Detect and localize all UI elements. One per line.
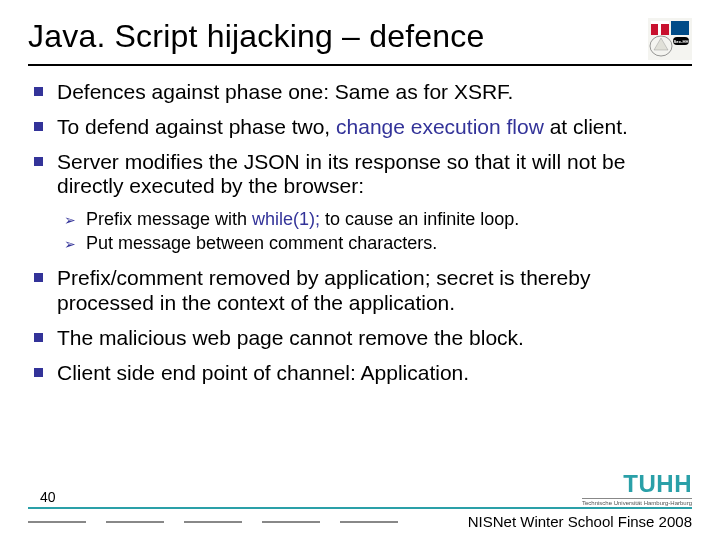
bullet-item: The malicious web page cannot remove the… bbox=[34, 326, 692, 351]
bullet-text: Server modifies the JSON in its response… bbox=[57, 150, 692, 200]
square-bullet-icon bbox=[34, 157, 43, 166]
bullet-text: Prefix/comment removed by application; s… bbox=[57, 266, 692, 316]
bullet-item: To defend against phase two, change exec… bbox=[34, 115, 692, 140]
bullet-text: Defences against phase one: Same as for … bbox=[57, 80, 513, 105]
footer-event: NISNet Winter School Finse 2008 bbox=[468, 513, 692, 530]
bullet-item: Defences against phase one: Same as for … bbox=[34, 80, 692, 105]
svg-rect-3 bbox=[658, 21, 661, 35]
sub-bullet-text: Put message between comment characters. bbox=[86, 233, 437, 255]
sub-bullet-list: ➢ Prefix message with while(1); to cause… bbox=[64, 209, 692, 254]
bullet-text: Client side end point of channel: Applic… bbox=[57, 361, 469, 386]
footer-divider bbox=[28, 507, 692, 509]
arrow-bullet-icon: ➢ bbox=[64, 212, 76, 228]
square-bullet-icon bbox=[34, 368, 43, 377]
sub-bullet-item: ➢ Prefix message with while(1); to cause… bbox=[64, 209, 692, 231]
title-divider bbox=[28, 64, 692, 66]
sub-bullet-text: Prefix message with while(1); to cause a… bbox=[86, 209, 519, 231]
square-bullet-icon bbox=[34, 87, 43, 96]
svg-text:Sec-HH: Sec-HH bbox=[674, 39, 689, 44]
slide-title: Java. Script hijacking – defence bbox=[28, 18, 484, 55]
svg-rect-4 bbox=[671, 21, 689, 35]
square-bullet-icon bbox=[34, 333, 43, 342]
arrow-bullet-icon: ➢ bbox=[64, 236, 76, 252]
square-bullet-icon bbox=[34, 122, 43, 131]
footer-dashes bbox=[28, 521, 398, 523]
slide-body: Defences against phase one: Same as for … bbox=[28, 80, 692, 385]
sec-hh-logo: Sec-HH bbox=[648, 18, 692, 60]
sub-bullet-item: ➢ Put message between comment characters… bbox=[64, 233, 692, 255]
bullet-item: Client side end point of channel: Applic… bbox=[34, 361, 692, 386]
bullet-text: To defend against phase two, change exec… bbox=[57, 115, 628, 140]
bullet-item: Prefix/comment removed by application; s… bbox=[34, 266, 692, 316]
page-number: 40 bbox=[40, 489, 692, 505]
square-bullet-icon bbox=[34, 273, 43, 282]
bullet-text: The malicious web page cannot remove the… bbox=[57, 326, 524, 351]
bullet-item: Server modifies the JSON in its response… bbox=[34, 150, 692, 200]
